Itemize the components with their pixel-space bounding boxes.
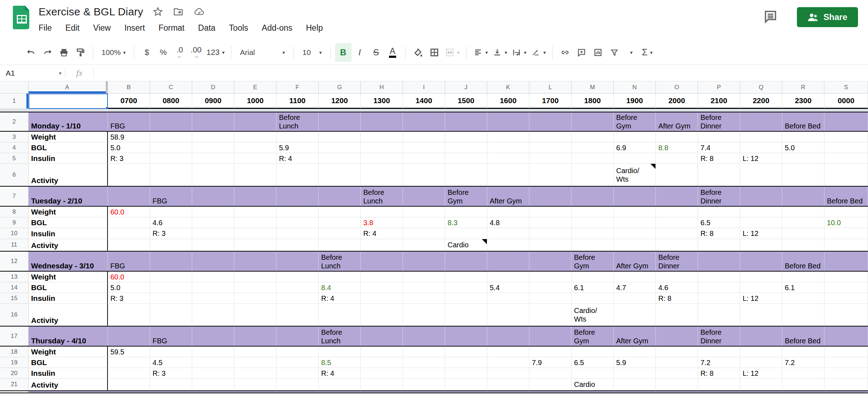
cell-N9[interactable] <box>614 217 656 228</box>
cell-Q18[interactable] <box>740 347 782 357</box>
cell-G19[interactable]: 8.5 <box>319 357 361 368</box>
cell-L5[interactable] <box>529 153 572 164</box>
column-header-Q[interactable]: Q <box>740 81 782 94</box>
strikethrough-button[interactable]: S <box>368 43 384 62</box>
row-header-3[interactable]: 3 <box>0 132 29 142</box>
cell-P9[interactable]: 6.5 <box>698 217 740 228</box>
cell-G2[interactable] <box>319 112 361 131</box>
cell-R22[interactable] <box>782 391 824 393</box>
cell-O6[interactable] <box>656 164 698 186</box>
row-header-1[interactable]: 1 <box>0 94 29 109</box>
cell-J1[interactable]: 1500 <box>445 94 487 109</box>
cell-F2[interactable]: Before Lunch <box>276 112 319 131</box>
cell-Q14[interactable] <box>740 282 782 293</box>
select-all-corner[interactable] <box>0 81 29 94</box>
cell-P12[interactable] <box>698 252 740 271</box>
cell-D22[interactable] <box>192 391 234 393</box>
cell-R15[interactable] <box>782 293 824 304</box>
cell-E14[interactable] <box>234 282 276 293</box>
cell-B21[interactable] <box>108 379 150 390</box>
cell-A10[interactable]: Insulin <box>29 228 108 239</box>
insert-comment-button[interactable] <box>573 43 590 62</box>
text-rotation-button[interactable]: ▾ <box>529 43 548 62</box>
cell-P20[interactable]: R: 8 <box>698 368 740 379</box>
cell-K12[interactable] <box>487 252 529 271</box>
cell-J19[interactable] <box>445 357 487 368</box>
row-header-4[interactable]: 4 <box>0 142 29 153</box>
vertical-align-button[interactable]: ▾ <box>490 43 509 62</box>
menu-data[interactable]: Data <box>198 23 216 33</box>
cell-D16[interactable] <box>192 304 234 326</box>
cell-F12[interactable] <box>276 252 319 271</box>
cell-E20[interactable] <box>234 368 276 379</box>
row-header-16[interactable]: 16 <box>0 304 29 326</box>
cell-A2[interactable]: Monday - 1/10 <box>29 112 108 131</box>
cell-A21[interactable]: Activity <box>29 379 108 390</box>
cell-K6[interactable] <box>487 164 529 186</box>
row-header-14[interactable]: 14 <box>0 282 29 293</box>
cell-A13[interactable]: Weight <box>29 272 108 282</box>
filter-button[interactable] <box>606 43 623 62</box>
cell-Q6[interactable] <box>740 164 782 186</box>
cell-D1[interactable]: 0900 <box>192 94 234 109</box>
cell-I21[interactable] <box>403 379 445 390</box>
cell-L15[interactable] <box>529 293 572 304</box>
cell-R3[interactable] <box>782 132 824 142</box>
cell-J9[interactable]: 8.3 <box>445 217 487 228</box>
cell-H5[interactable] <box>361 153 403 164</box>
cell-M10[interactable] <box>572 228 614 239</box>
cell-N1[interactable]: 1900 <box>614 94 656 109</box>
cell-K4[interactable] <box>487 142 529 153</box>
cell-J17[interactable] <box>445 327 487 346</box>
cell-F13[interactable] <box>276 272 319 282</box>
cell-P8[interactable] <box>698 207 740 217</box>
cell-Q10[interactable]: L: 12 <box>740 228 782 239</box>
column-header-B[interactable]: B <box>108 81 150 94</box>
cell-E1[interactable]: 1000 <box>234 94 276 109</box>
cell-N21[interactable] <box>614 379 656 390</box>
cell-B1[interactable]: 0700 <box>108 94 150 109</box>
cell-K14[interactable]: 5.4 <box>487 282 529 293</box>
cell-N19[interactable]: 5.9 <box>614 357 656 368</box>
cell-P21[interactable] <box>698 379 740 390</box>
cell-K11[interactable] <box>487 239 529 251</box>
cell-R13[interactable] <box>782 272 824 282</box>
cell-J12[interactable] <box>445 252 487 271</box>
cell-K16[interactable] <box>487 304 529 326</box>
row-header-18[interactable]: 18 <box>0 347 29 357</box>
cell-N6[interactable]: Cardio/ Wts <box>614 164 656 186</box>
cell-Q7[interactable] <box>740 187 782 206</box>
cell-A19[interactable]: BGL <box>29 357 108 368</box>
cell-F9[interactable] <box>276 217 319 228</box>
cell-N18[interactable] <box>614 347 656 357</box>
row-header-6[interactable]: 6 <box>0 164 29 186</box>
cell-P5[interactable]: R: 8 <box>698 153 740 164</box>
font-size-select[interactable]: 10▾ <box>298 43 326 62</box>
cell-F14[interactable] <box>276 282 319 293</box>
cell-P22[interactable] <box>698 391 740 393</box>
cell-L3[interactable] <box>529 132 572 142</box>
cell-B4[interactable]: 5.0 <box>108 142 150 153</box>
cell-A7[interactable]: Tuesday - 2/10 <box>29 187 108 206</box>
cell-H4[interactable] <box>361 142 403 153</box>
cell-G5[interactable] <box>319 153 361 164</box>
insert-chart-button[interactable] <box>590 43 606 62</box>
cell-B17[interactable] <box>108 327 150 346</box>
cell-Q12[interactable] <box>740 252 782 271</box>
column-header-K[interactable]: K <box>487 81 529 94</box>
cell-N7[interactable] <box>614 187 656 206</box>
cell-M16[interactable]: Cardio/ Wts <box>572 304 614 326</box>
cell-L13[interactable] <box>529 272 572 282</box>
cell-I19[interactable] <box>403 357 445 368</box>
cell-A17[interactable]: Thursday - 4/10 <box>29 327 108 346</box>
row-header-17[interactable]: 17 <box>0 327 29 346</box>
cell-F10[interactable] <box>276 228 319 239</box>
cell-F11[interactable] <box>276 239 319 251</box>
cell-H15[interactable] <box>361 293 403 304</box>
insert-link-button[interactable] <box>557 43 573 62</box>
cell-R16[interactable] <box>782 304 824 326</box>
row-header-19[interactable]: 19 <box>0 357 29 368</box>
cell-M8[interactable] <box>572 207 614 217</box>
cell-N16[interactable] <box>614 304 656 326</box>
cell-L22[interactable] <box>529 391 572 393</box>
